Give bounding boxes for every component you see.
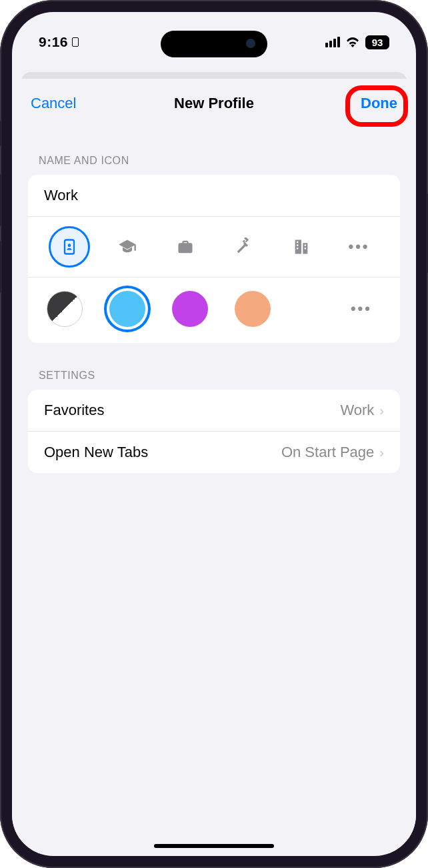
battery-indicator: 93 [365, 35, 389, 49]
badge-icon [60, 238, 79, 256]
volume-up [0, 173, 1, 227]
open-new-tabs-label: Open New Tabs [44, 444, 148, 461]
graduation-cap-icon [118, 238, 137, 256]
open-new-tabs-value-group: On Start Page › [281, 444, 384, 461]
favorites-value-group: Work › [340, 402, 384, 419]
nav-bar: Cancel New Profile Done [12, 79, 416, 128]
icon-option-briefcase[interactable] [165, 226, 206, 268]
icon-option-building[interactable] [281, 226, 322, 268]
chevron-right-icon: › [379, 445, 384, 460]
color-option-purple[interactable] [172, 291, 208, 327]
favorites-value: Work [340, 402, 374, 419]
icon-option-hammer[interactable] [223, 226, 264, 268]
favorites-label: Favorites [44, 402, 104, 419]
modal-sheet: Cancel New Profile Done NAME AND ICON Wo… [12, 79, 416, 839]
svg-point-1 [67, 244, 71, 247]
icon-option-badge[interactable] [49, 226, 90, 268]
status-indicators: 93 [325, 35, 389, 49]
building-icon [292, 238, 311, 256]
battery-percent: 93 [372, 37, 383, 48]
home-indicator[interactable] [154, 844, 274, 848]
open-new-tabs-row[interactable]: Open New Tabs On Start Page › [28, 432, 400, 473]
id-card-icon [72, 37, 79, 47]
icon-more-button[interactable]: ••• [339, 226, 380, 268]
color-picker-row: ••• [28, 278, 400, 343]
page-title: New Profile [174, 95, 254, 112]
color-option-blue[interactable] [109, 291, 145, 327]
section-settings-header: SETTINGS [12, 343, 416, 390]
done-button[interactable]: Done [361, 95, 397, 112]
color-option-bw[interactable] [47, 291, 83, 327]
volume-down [0, 240, 1, 294]
name-icon-card: Work [28, 175, 400, 343]
cancel-button[interactable]: Cancel [31, 95, 76, 112]
settings-card: Favorites Work › Open New Tabs On Start … [28, 390, 400, 473]
time-label: 9:16 [39, 34, 68, 50]
iphone-frame: 9:16 93 Cancel New Profile Done [0, 0, 428, 868]
color-option-orange[interactable] [235, 291, 271, 327]
icon-picker-row: ••• [28, 217, 400, 278]
silent-switch [0, 120, 1, 147]
briefcase-icon [176, 238, 195, 256]
open-new-tabs-value: On Start Page [281, 444, 374, 461]
profile-name-input[interactable]: Work [28, 175, 400, 217]
hammer-icon [234, 238, 253, 256]
chevron-right-icon: › [379, 403, 384, 418]
favorites-row[interactable]: Favorites Work › [28, 390, 400, 432]
section-name-icon-header: NAME AND ICON [12, 128, 416, 175]
wifi-icon [345, 37, 360, 47]
icon-option-graduation[interactable] [107, 226, 148, 268]
color-more-button[interactable]: ••• [351, 300, 372, 318]
camera-dot [246, 39, 255, 48]
screen: 9:16 93 Cancel New Profile Done [12, 12, 416, 856]
status-time-group: 9:16 [39, 34, 79, 50]
cellular-icon [325, 37, 340, 47]
